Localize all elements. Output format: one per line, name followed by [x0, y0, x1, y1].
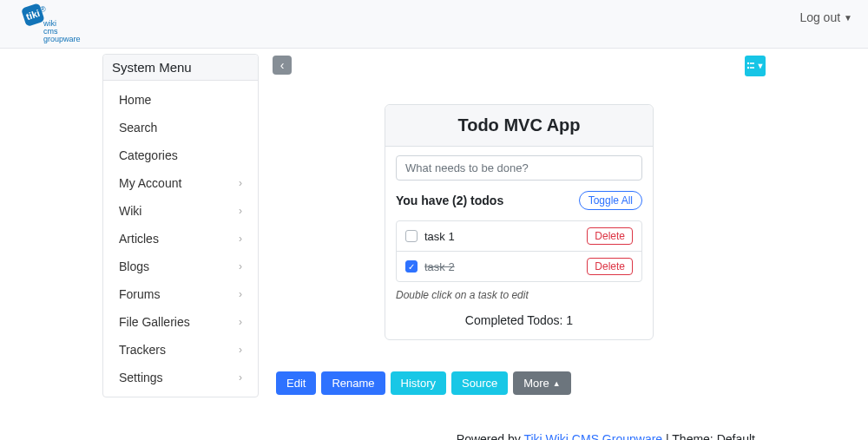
- more-dropdown[interactable]: More ▲: [513, 371, 571, 395]
- sidebar-item[interactable]: Home: [103, 86, 258, 114]
- sidebar-item-label: Trackers: [119, 343, 166, 357]
- sidebar-item-label: Articles: [119, 232, 159, 246]
- sidebar-item[interactable]: Categories: [103, 141, 258, 169]
- todo-label: task 2: [424, 260, 455, 273]
- edit-hint: Double click on a task to edit: [396, 289, 642, 301]
- sidebar-title: System Menu: [103, 55, 258, 81]
- footer-prefix: Powered by: [457, 432, 524, 440]
- sidebar-item-label: File Galleries: [119, 315, 190, 329]
- svg-rect-7: [750, 62, 754, 64]
- svg-text:groupware: groupware: [43, 35, 81, 43]
- todo-item[interactable]: ✓task 2Delete: [397, 252, 641, 281]
- logout-dropdown[interactable]: Log out ▼: [799, 3, 852, 24]
- logout-label: Log out: [799, 10, 840, 24]
- todo-app-card: Todo MVC App You have (2) todos Toggle A…: [385, 104, 654, 340]
- sidebar-item-label: Home: [119, 93, 151, 107]
- todo-count-text: You have (2) todos: [396, 194, 503, 207]
- sidebar-item-label: Settings: [119, 371, 163, 384]
- delete-todo-button[interactable]: Delete: [587, 227, 633, 245]
- chevron-right-icon: ›: [239, 177, 242, 189]
- app-title: Todo MVC App: [385, 105, 653, 147]
- sidebar-item-label: Search: [119, 121, 157, 135]
- sidebar-item[interactable]: Search: [103, 114, 258, 141]
- sidebar-item[interactable]: Trackers›: [103, 336, 258, 364]
- brand-logo[interactable]: tiki wiki cms groupware ®: [10, 3, 89, 43]
- chevron-right-icon: ›: [239, 288, 242, 300]
- footer: Powered by Tiki Wiki CMS Groupware | The…: [0, 397, 868, 440]
- chevron-left-icon: ‹: [280, 58, 285, 72]
- page-tools-dropdown[interactable]: ▼: [745, 56, 766, 76]
- todo-checkbox[interactable]: [405, 230, 418, 242]
- chevron-right-icon: ›: [239, 260, 242, 273]
- todo-label: task 1: [424, 230, 455, 243]
- sidebar-item-label: Wiki: [119, 204, 141, 218]
- source-button[interactable]: Source: [451, 371, 508, 395]
- sidebar-item-label: My Account: [119, 176, 181, 190]
- sidebar-item[interactable]: Articles›: [103, 225, 258, 253]
- sidebar-item[interactable]: Wiki›: [103, 197, 258, 225]
- sidebar-item[interactable]: My Account›: [103, 169, 258, 197]
- sidebar-item[interactable]: Blogs›: [103, 253, 258, 280]
- sidebar-item[interactable]: Settings›: [103, 364, 258, 391]
- svg-text:®: ®: [40, 5, 46, 14]
- rename-button[interactable]: Rename: [321, 371, 385, 395]
- completed-count: Completed Todos: 1: [396, 313, 642, 327]
- caret-down-icon: ▼: [844, 13, 852, 23]
- todo-checkbox[interactable]: ✓: [405, 260, 418, 273]
- edit-button[interactable]: Edit: [276, 371, 316, 395]
- toggle-all-button[interactable]: Toggle All: [579, 191, 642, 210]
- chevron-right-icon: ›: [239, 205, 242, 217]
- sidebar-item[interactable]: Forums›: [103, 280, 258, 308]
- sidebar-item-label: Forums: [119, 287, 160, 301]
- svg-rect-9: [750, 67, 754, 69]
- history-button[interactable]: History: [391, 371, 446, 395]
- new-todo-input[interactable]: [396, 155, 642, 181]
- collapse-sidebar-button[interactable]: ‹: [273, 56, 292, 75]
- svg-point-8: [746, 67, 748, 69]
- svg-point-6: [746, 62, 748, 64]
- footer-link[interactable]: Tiki Wiki CMS Groupware: [523, 432, 662, 440]
- chevron-right-icon: ›: [239, 316, 242, 328]
- chevron-right-icon: ›: [239, 344, 242, 356]
- sidebar-item-label: Blogs: [119, 259, 149, 273]
- todo-item[interactable]: task 1Delete: [397, 221, 641, 252]
- system-menu-panel: System Menu HomeSearchCategoriesMy Accou…: [102, 54, 259, 397]
- chevron-right-icon: ›: [239, 233, 242, 245]
- footer-theme-prefix: | Theme:: [662, 432, 717, 440]
- footer-theme: Default: [717, 432, 755, 440]
- more-label: More: [523, 377, 549, 390]
- sidebar-item-label: Categories: [119, 148, 178, 162]
- chevron-right-icon: ›: [239, 371, 242, 384]
- caret-up-icon: ▲: [553, 379, 561, 388]
- sidebar-item[interactable]: File Galleries›: [103, 308, 258, 336]
- list-icon: [746, 62, 755, 70]
- caret-down-icon: ▼: [757, 62, 765, 70]
- delete-todo-button[interactable]: Delete: [587, 258, 633, 275]
